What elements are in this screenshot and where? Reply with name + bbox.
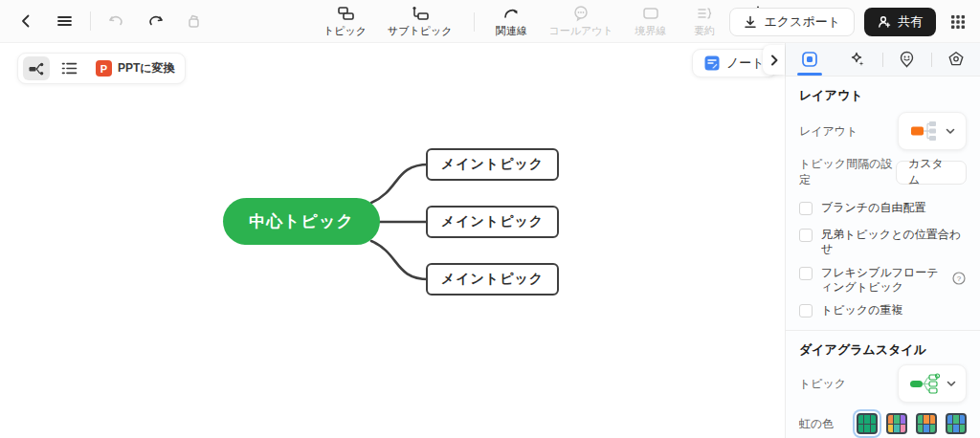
boundary-label: 境界線 — [635, 24, 666, 38]
right-sidebar: レイアウト レイアウト トピック間隔の設定 カスタム ブランチの自由配置 兄弟ト… — [786, 43, 980, 438]
toolbar-left-group — [0, 9, 206, 33]
rainbow-color-label: 虹の色 — [799, 416, 834, 432]
svg-text:?: ? — [957, 274, 962, 283]
share-button[interactable]: 共有 — [864, 8, 936, 36]
topic-button[interactable]: トピック — [323, 5, 367, 38]
mindmap-view-button[interactable] — [23, 56, 50, 80]
summary-icon — [695, 5, 714, 22]
export-button[interactable]: エクスポート — [729, 8, 855, 36]
tab-style-panel[interactable] — [786, 43, 834, 76]
grid-icon — [950, 14, 966, 30]
subtopic-label: サブトピック — [388, 24, 453, 38]
ppt-icon: P — [96, 60, 112, 77]
app-grid-button[interactable] — [946, 10, 970, 34]
main-topic-node-3[interactable]: メイントピック — [426, 263, 559, 296]
chevron-right-icon — [769, 55, 779, 66]
top-toolbar: トピック サブトピック 関連線 コールアウト 境界線 要約 — [0, 0, 980, 43]
rainbow-swatch-group — [857, 413, 967, 434]
rainbow-swatch-3[interactable] — [916, 413, 937, 434]
topic-style-dropdown[interactable] — [898, 364, 967, 403]
ai-sparkle-icon — [849, 51, 866, 68]
diagram-style-section-title: ダイアグラムスタイル — [799, 341, 967, 359]
rainbow-swatch-2[interactable] — [886, 413, 907, 434]
spacing-label: トピック間隔の設定 — [799, 156, 896, 188]
main-topic-node-2[interactable]: メイントピック — [426, 206, 559, 238]
view-switcher: P PPTに変換 — [17, 53, 186, 84]
toolbar-center-group: トピック サブトピック 関連線 コールアウト 境界線 要約 — [323, 0, 774, 43]
layout-dropdown[interactable] — [898, 112, 967, 150]
undo-icon — [108, 13, 125, 29]
topic-style-glyph — [909, 372, 940, 395]
topic-overlap-checkbox[interactable] — [799, 304, 813, 318]
layout-style-glyph — [910, 120, 939, 142]
format-painter-button[interactable] — [181, 9, 206, 33]
back-icon — [18, 13, 33, 29]
tab-ai-panel[interactable] — [834, 43, 881, 76]
layout-label: レイアウト — [799, 123, 858, 140]
help-icon[interactable]: ? — [952, 272, 966, 285]
outline-list-icon — [61, 61, 78, 76]
redo-icon — [146, 13, 164, 29]
summary-button[interactable]: 要約 — [688, 5, 721, 38]
callout-button[interactable]: コールアウト — [549, 5, 613, 38]
free-branch-checkbox[interactable] — [799, 202, 813, 215]
boundary-button[interactable]: 境界線 — [635, 5, 667, 38]
flexible-floating-checkbox[interactable] — [799, 267, 813, 280]
checkbox-row-flexible-floating: フレキシブルフローティングトピック ? — [799, 266, 967, 295]
callout-label: コールアウト — [549, 24, 613, 38]
topic-style-label: トピック — [799, 376, 846, 392]
outline-view-button[interactable] — [56, 56, 82, 80]
style-panel-icon — [801, 51, 818, 68]
sidebar-content: レイアウト レイアウト トピック間隔の設定 カスタム ブランチの自由配置 兄弟ト… — [786, 77, 980, 438]
subtopic-button[interactable]: サブトピック — [388, 5, 453, 38]
format-painter-icon — [186, 13, 202, 30]
main-topic-node-1[interactable]: メイントピック — [426, 148, 559, 181]
checkbox-row-free-branch: ブランチの自由配置 — [799, 201, 967, 215]
rainbow-swatch-4[interactable] — [946, 413, 967, 434]
central-topic-node[interactable]: 中心トピック — [223, 198, 380, 245]
mindmap-app: トピック サブトピック 関連線 コールアウト 境界線 要約 — [0, 0, 980, 438]
download-icon — [744, 15, 757, 29]
topic-overlap-label: トピックの重複 — [821, 303, 902, 318]
mindmap-canvas[interactable]: P PPTに変換 ノート 中心トピック メイントピック メイントピック メイント… — [0, 43, 786, 438]
sibling-align-checkbox[interactable] — [799, 229, 813, 242]
rainbow-color-row: 虹の色 — [799, 413, 967, 434]
checkbox-row-sibling-align: 兄弟トピックとの位置合わせ — [799, 228, 967, 256]
active-tab-underline — [797, 73, 822, 76]
chevron-down-icon — [947, 381, 956, 387]
tab-shape-panel[interactable] — [932, 43, 980, 76]
relation-line-button[interactable]: 関連線 — [496, 5, 528, 38]
redo-button[interactable] — [143, 9, 167, 33]
topic-icon — [336, 5, 355, 22]
toolbar-right-group: エクスポート 共有 — [729, 0, 970, 43]
toolbar-divider — [474, 12, 475, 32]
subtopic-icon — [411, 5, 430, 22]
sidebar-tab-bar — [786, 43, 980, 77]
back-button[interactable] — [13, 9, 38, 33]
summary-label: 要約 — [694, 24, 715, 38]
sidebar-collapse-button[interactable] — [763, 45, 785, 75]
undo-button[interactable] — [104, 9, 129, 33]
spacing-row: トピック間隔の設定 カスタム — [799, 156, 967, 188]
note-icon — [704, 55, 720, 71]
topic-style-row: トピック — [799, 364, 967, 403]
rainbow-swatch-1[interactable] — [857, 413, 878, 434]
convert-to-ppt-button[interactable]: P PPTに変換 — [96, 60, 175, 77]
share-person-icon — [878, 15, 891, 29]
spacing-custom-button[interactable]: カスタム — [896, 161, 967, 185]
callout-icon — [571, 5, 590, 22]
flexible-floating-label: フレキシブルフローティングトピック — [821, 266, 944, 295]
chevron-down-icon — [946, 128, 955, 135]
topic-label: トピック — [323, 24, 367, 38]
toolbar-divider — [90, 11, 91, 31]
mindmap-view-icon — [28, 61, 45, 77]
layout-row: レイアウト — [799, 112, 967, 150]
ppt-label: PPTに変換 — [118, 60, 175, 77]
sibling-align-label: 兄弟トピックとの位置合わせ — [821, 228, 967, 256]
relation-line-icon — [502, 5, 522, 22]
tab-sticker-panel[interactable] — [883, 43, 931, 76]
mindmap-connectors — [0, 43, 786, 438]
share-label: 共有 — [898, 13, 923, 31]
relation-line-label: 関連線 — [496, 24, 527, 38]
menu-button[interactable] — [52, 9, 77, 33]
